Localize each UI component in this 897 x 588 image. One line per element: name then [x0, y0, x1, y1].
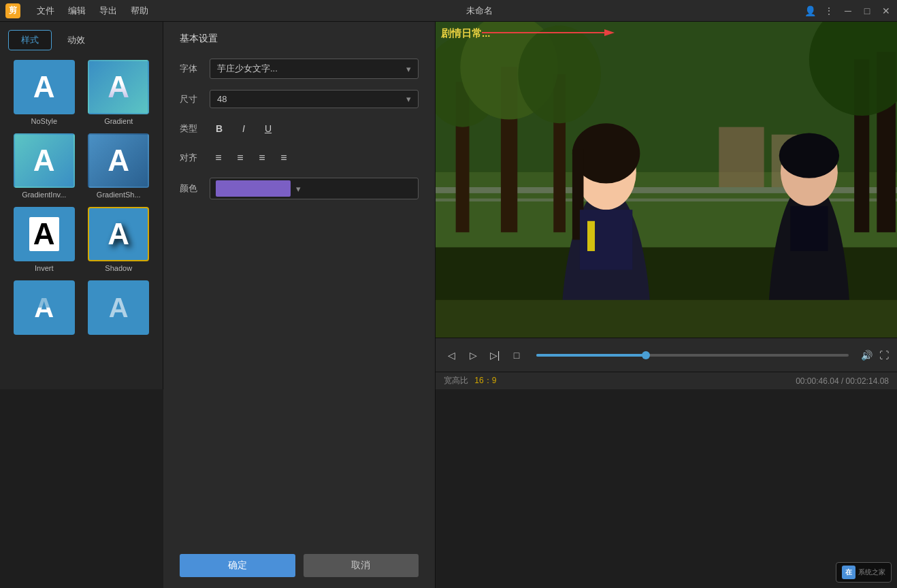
size-value: 48 — [217, 94, 227, 104]
font-dropdown[interactable]: 芋庄少女文字... ▾ — [210, 59, 419, 79]
style-item-gradient[interactable]: A Gradient — [86, 60, 152, 125]
svg-marker-28 — [604, 29, 615, 36]
tab-effect[interactable]: 动效 — [54, 30, 98, 50]
align-center-button[interactable]: ≡ — [231, 149, 249, 167]
minimize-icon[interactable]: ─ — [843, 5, 853, 16]
aspect-ratio-label: 宽高比 16：9 — [444, 375, 496, 387]
watermark-text: 系统之家 — [858, 568, 885, 577]
svg-rect-26 — [436, 300, 897, 338]
video-overlay-text: 剧情日常... — [441, 27, 491, 40]
align-right-button[interactable]: ≡ — [253, 149, 271, 167]
style-label-gradientinv: GradientInv... — [22, 191, 66, 199]
style-label-shadow: Shadow — [105, 264, 132, 272]
style-thumb-gradient: A — [88, 60, 149, 114]
next-frame-button[interactable]: ▷| — [487, 348, 502, 363]
font-value: 芋庄少女文字... — [217, 63, 278, 75]
style-label-nostyle: NoStyle — [31, 117, 57, 125]
video-frame: 剧情日常... — [436, 22, 897, 338]
style-thumb-invert: A — [14, 207, 75, 261]
menu-file[interactable]: 文件 — [31, 3, 60, 18]
align-row: 对齐 ≡ ≡ ≡ ≡ — [180, 149, 419, 167]
tab-style[interactable]: 样式 — [8, 30, 52, 50]
size-arrow-icon: ▾ — [406, 94, 411, 104]
watermark-logo: 在 — [842, 566, 855, 579]
underline-button[interactable]: U — [259, 119, 278, 138]
settings-title: 基本设置 — [180, 33, 419, 45]
style-label-invert: Invert — [35, 264, 54, 272]
panel-tabs: 样式 动效 — [0, 22, 163, 50]
color-swatch — [216, 180, 291, 197]
svg-rect-14 — [719, 127, 764, 187]
main-layout: 样式 动效 A NoStyle A Gradient A — [0, 22, 897, 588]
progress-bar[interactable] — [536, 354, 849, 357]
menu-edit[interactable]: 编辑 — [63, 3, 91, 18]
type-buttons: B I U — [210, 119, 278, 138]
type-label: 类型 — [180, 122, 201, 135]
svg-rect-25 — [790, 206, 828, 251]
align-left-button[interactable]: ≡ — [210, 149, 227, 167]
video-preview: 剧情日常... ◁ ▷ ▷| □ 🔊 ⛶ 宽高比 — [436, 22, 897, 389]
style-thumb-gradientinv: A — [14, 133, 75, 188]
titlebar-left: 剪 文件 编辑 导出 帮助 — [5, 3, 154, 18]
user-icon[interactable]: 👤 — [804, 5, 815, 16]
progress-thumb[interactable] — [642, 351, 650, 359]
menu-bar: 文件 编辑 导出 帮助 — [31, 3, 154, 18]
stop-button[interactable]: □ — [509, 348, 524, 363]
action-buttons: 确定 取消 — [180, 540, 419, 577]
svg-point-24 — [779, 133, 839, 178]
style-label-gradient: Gradient — [104, 117, 133, 125]
more-icon[interactable]: ⋮ — [823, 5, 834, 16]
style-thumb-partial2: A — [88, 280, 149, 335]
prev-frame-button[interactable]: ◁ — [444, 348, 459, 363]
font-arrow-icon: ▾ — [406, 64, 411, 74]
video-info-bar: 宽高比 16：9 00:00:46.04 / 00:02:14.08 — [436, 372, 897, 389]
play-button[interactable]: ▷ — [466, 348, 480, 363]
style-item-partial2[interactable]: A — [86, 280, 152, 338]
close-icon[interactable]: ✕ — [881, 5, 892, 16]
style-thumb-shadow: A — [88, 207, 149, 261]
time-display: 00:00:46.04 / 00:02:14.08 — [796, 376, 889, 386]
size-row: 尺寸 48 ▾ — [180, 90, 419, 108]
style-thumb-gradientsh: A — [88, 133, 149, 188]
titlebar-right: 👤 ⋮ ─ □ ✕ — [804, 5, 892, 16]
red-arrow-video — [482, 26, 618, 39]
maximize-icon[interactable]: □ — [862, 5, 872, 16]
style-item-invert[interactable]: A Invert — [11, 207, 78, 272]
svg-point-12 — [518, 26, 601, 124]
align-label: 对齐 — [180, 152, 201, 164]
align-buttons: ≡ ≡ ≡ ≡ — [210, 149, 293, 167]
style-thumb-nostyle: A — [14, 60, 75, 114]
style-label-gradientsh: GradientSh... — [97, 191, 141, 199]
volume-icon[interactable]: 🔊 — [861, 350, 872, 361]
style-panel: 样式 动效 A NoStyle A Gradient A — [0, 22, 163, 389]
style-item-nostyle[interactable]: A NoStyle — [11, 60, 78, 125]
menu-help[interactable]: 帮助 — [125, 3, 154, 18]
style-item-gradientinv[interactable]: A GradientInv... — [11, 133, 78, 199]
color-label: 颜色 — [180, 182, 201, 195]
style-item-gradientsh[interactable]: A GradientSh... — [86, 133, 152, 199]
align-justify-button[interactable]: ≡ — [275, 149, 293, 167]
color-arrow-icon: ▾ — [296, 184, 301, 194]
confirm-button[interactable]: 确定 — [180, 554, 295, 577]
bold-button[interactable]: B — [210, 119, 229, 138]
titlebar: 剪 文件 编辑 导出 帮助 未命名 👤 ⋮ ─ □ ✕ — [0, 0, 897, 22]
video-controls: ◁ ▷ ▷| □ 🔊 ⛶ — [436, 338, 897, 372]
style-grid: A NoStyle A Gradient A GradientInv... — [0, 50, 163, 347]
italic-button[interactable]: I — [234, 119, 253, 138]
font-row: 字体 芋庄少女文字... ▾ — [180, 59, 419, 79]
menu-export[interactable]: 导出 — [94, 3, 123, 18]
video-scene — [436, 22, 897, 338]
type-row: 类型 B I U — [180, 119, 419, 138]
style-item-shadow[interactable]: A Shadow — [86, 207, 152, 272]
color-picker[interactable]: ▾ — [210, 178, 419, 199]
size-label: 尺寸 — [180, 93, 201, 105]
watermark: 在 系统之家 — [836, 562, 892, 583]
style-thumb-partial1: A A — [14, 280, 75, 335]
font-label: 字体 — [180, 63, 201, 75]
size-dropdown[interactable]: 48 ▾ — [210, 90, 419, 108]
fullscreen-icon[interactable]: ⛶ — [879, 350, 889, 361]
progress-fill — [536, 354, 646, 357]
cancel-button[interactable]: 取消 — [304, 554, 419, 577]
settings-panel: 基本设置 字体 芋庄少女文字... ▾ 尺寸 48 ▾ 类型 B I U — [163, 22, 436, 588]
style-item-partial1[interactable]: A A — [11, 280, 78, 338]
